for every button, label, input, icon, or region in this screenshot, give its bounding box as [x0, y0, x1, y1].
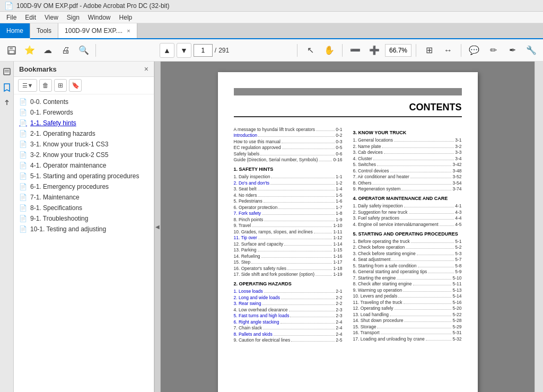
- share-button[interactable]: ☁: [39, 42, 56, 59]
- menu-sign[interactable]: Sign: [63, 13, 84, 22]
- bookmark-item-7-1[interactable]: 📄 7-1. Maintenance: [14, 192, 154, 203]
- toolbar-separator-3: [342, 44, 343, 57]
- toc-text-intro-5: Guide (Direction, Serial number, Symbols…: [234, 157, 318, 162]
- toolbar-separator-1: [95, 44, 96, 57]
- right-scrollbar-panel: [535, 62, 543, 392]
- bookmark-item-1-1[interactable]: 📄 1-1. Safety hints: [14, 118, 154, 128]
- s3-item-4: 5. Switches3-42: [353, 162, 462, 167]
- save-button[interactable]: [3, 42, 20, 59]
- page-number-input[interactable]: [194, 44, 213, 57]
- bookmark-label-3-1: 3-1. Know your truck-1 CS3: [30, 141, 108, 148]
- toc-dots-intro-1: [258, 136, 335, 137]
- bookmark-item-5-1[interactable]: 📄 5-1. Starting and operating procedures: [14, 171, 154, 181]
- select-tool-button[interactable]: ↖: [302, 42, 319, 59]
- toc-text-intro-1[interactable]: Introduction: [234, 133, 257, 138]
- s4-item-0: 1. Daily safety inspection4-1: [353, 203, 462, 208]
- s5-item-4: 5. Starting from a safe condition5-8: [353, 263, 462, 268]
- bookmark-label-7-1: 7-1. Maintenance: [30, 194, 80, 201]
- s2-item-4: 5. Fast turns and high loads2-3: [234, 313, 343, 318]
- zoom-in-button[interactable]: ➕: [366, 42, 383, 59]
- menu-help[interactable]: Help: [115, 13, 137, 22]
- bookmark-item-0-1[interactable]: 📄 0-1. Forewords: [14, 107, 154, 118]
- search-button[interactable]: 🔍: [75, 42, 92, 59]
- s5-item-5: 6. General starting and operating tips5-…: [353, 269, 462, 274]
- s1-item-1: 2. Do's and don'ts1-2: [234, 180, 343, 186]
- attachments-icon[interactable]: [1, 98, 13, 109]
- toc-intro-section: A message to hyundai lift truck operator…: [234, 127, 343, 163]
- tools-panel-button[interactable]: 🔧: [523, 42, 540, 59]
- expand-all-button[interactable]: ☰▼: [18, 79, 37, 92]
- bookmarks-panel: Bookmarks × ☰▼ 🗑 ⊞ 🔖 📄 0-0. Contents 📄 0…: [14, 62, 154, 392]
- bookmark-label-3-2: 3-2. Know your truck-2 CS5: [30, 151, 108, 159]
- menu-file[interactable]: File: [2, 13, 21, 22]
- bookmark-item-4-1[interactable]: 📄 4-1. Operator maintenance: [14, 160, 154, 171]
- zoom-input[interactable]: [385, 44, 411, 57]
- bookmarks-toolbar: ☰▼ 🗑 ⊞ 🔖: [14, 77, 154, 94]
- sign-button[interactable]: ✒: [504, 42, 521, 59]
- svg-rect-4: [5, 70, 9, 71]
- toc-intro-5: Guide (Direction, Serial number, Symbols…: [234, 157, 343, 162]
- bookmark-item-0-0[interactable]: 📄 0-0. Contents: [14, 97, 154, 107]
- s5-item-0: 1. Before operating the truck5-1: [353, 239, 462, 244]
- bookmark-label-0-1: 0-1. Forewords: [30, 109, 73, 116]
- bookmarks-panel-icon[interactable]: [1, 82, 13, 93]
- s1-item-15: 16. Operator's safety rules1-18: [234, 266, 343, 271]
- bookmark-options-button[interactable]: 🔖: [69, 79, 82, 92]
- fit-page-button[interactable]: ⊞: [421, 42, 437, 59]
- bookmark-item-8-1[interactable]: 📄 8-1. Specifications: [14, 203, 154, 213]
- bookmark-label-2-1: 2-1. Operating hazards: [30, 130, 95, 137]
- s1-item-6: 7. Fork safety1-8: [234, 211, 343, 216]
- tab-document[interactable]: 100D-9V OM EXP.... ×: [58, 23, 137, 38]
- s1-item-11: 12. Surface and capacity1-14: [234, 241, 343, 247]
- bookmark-label-8-1: 8-1. Specifications: [30, 204, 82, 212]
- tab-tools[interactable]: Tools: [30, 23, 58, 38]
- s5-item-15: 16. Transport5-31: [353, 330, 462, 335]
- bookmarks-close-button[interactable]: ×: [144, 65, 148, 73]
- hand-tool-button[interactable]: ✋: [321, 42, 338, 59]
- toc-text-intro-4: Safety labels: [234, 151, 260, 156]
- toc-page-intro-4: 0-6: [336, 151, 342, 156]
- panel-collapse-handle[interactable]: ◀: [154, 62, 161, 392]
- menu-edit[interactable]: Edit: [21, 13, 40, 22]
- delete-bookmark-button[interactable]: 🗑: [39, 79, 52, 92]
- bookmark-item-3-2[interactable]: 📄 3-2. Know your truck-2 CS5: [14, 150, 154, 160]
- tab-home[interactable]: Home: [0, 23, 30, 39]
- fit-width-button[interactable]: ↔: [440, 42, 457, 59]
- toc-table: A message to hyundai lift truck operator…: [234, 126, 462, 344]
- s5-item-6: 7. Starting the engine5-10: [353, 275, 462, 281]
- s3-item-5: 6. Control devices3-48: [353, 168, 462, 173]
- menu-view[interactable]: View: [40, 13, 63, 22]
- toc-text-intro-0: A message to hyundai lift truck operator…: [234, 127, 316, 132]
- toc-page-intro-5: 0-16: [333, 157, 342, 162]
- print-button[interactable]: 🖨: [57, 42, 74, 59]
- bookmark-label-5-1: 5-1. Starting and operating procedures: [30, 172, 139, 180]
- bookmark-item-3-1[interactable]: 📄 3-1. Know your truck-1 CS3: [14, 139, 154, 150]
- menu-window[interactable]: Window: [84, 13, 115, 22]
- highlight-button[interactable]: ✏: [485, 42, 502, 59]
- page-thumbnails-icon[interactable]: [1, 66, 13, 77]
- bookmark-icon-3-1: 📄: [19, 141, 27, 148]
- bookmark-item-9-1[interactable]: 📄 9-1. Troubleshooting: [14, 213, 154, 224]
- bookmark-item-6-1[interactable]: 📄 6-1. Emergency procedures: [14, 181, 154, 192]
- app-icon: 📄: [4, 2, 13, 10]
- bookmark-icon-4-1: 📄: [19, 162, 27, 169]
- pdf-page: CONTENTS A message to hyundai lift truck…: [218, 72, 478, 392]
- s5-item-8: 9. Warming up operation5-13: [353, 288, 462, 293]
- prev-page-button[interactable]: ▲: [160, 43, 174, 58]
- expand-bookmark-button[interactable]: ⊞: [54, 79, 67, 92]
- tab-close-button[interactable]: ×: [127, 28, 130, 34]
- comment-button[interactable]: 💬: [466, 42, 483, 59]
- zoom-out-button[interactable]: ➖: [347, 42, 364, 59]
- s2-item-8: 9. Caution for electrical lines2-5: [234, 337, 343, 343]
- title-text: 100D-9V OM EXP.pdf - Adobe Acrobat Pro D…: [16, 2, 170, 10]
- s1-item-8: 9. Travel1-10: [234, 223, 343, 228]
- bookmark-icon-8-1: 📄: [19, 204, 27, 212]
- bookmark-item-2-1[interactable]: 📄 2-1. Operating hazards: [14, 128, 154, 139]
- page-header-bar: [234, 88, 462, 95]
- bookmark-item-10-1[interactable]: 📄 10-1. Testing and adjusting: [14, 224, 154, 234]
- toc-text-intro-2: How to use this manual: [234, 139, 281, 144]
- bookmark-button[interactable]: ⭐: [21, 42, 38, 59]
- next-page-button[interactable]: ▼: [177, 43, 191, 58]
- s1-item-7: 8. Pinch points1-9: [234, 217, 343, 222]
- s3-item-3: 4. Cluster3-4: [353, 156, 462, 161]
